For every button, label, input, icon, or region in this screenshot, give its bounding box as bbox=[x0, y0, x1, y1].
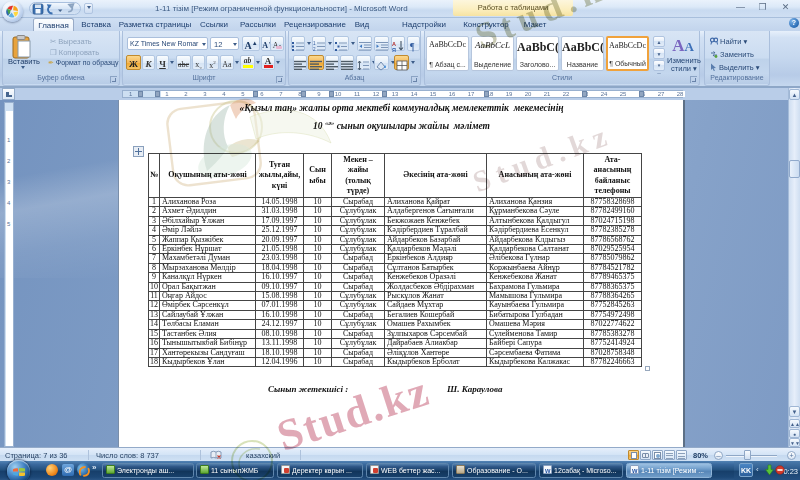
svg-text:2: 2 bbox=[313, 47, 316, 52]
svg-text:А: А bbox=[392, 41, 396, 47]
svg-text:1: 1 bbox=[313, 41, 316, 46]
svg-text:Я: Я bbox=[392, 47, 396, 52]
svg-text:¶: ¶ bbox=[410, 41, 415, 52]
